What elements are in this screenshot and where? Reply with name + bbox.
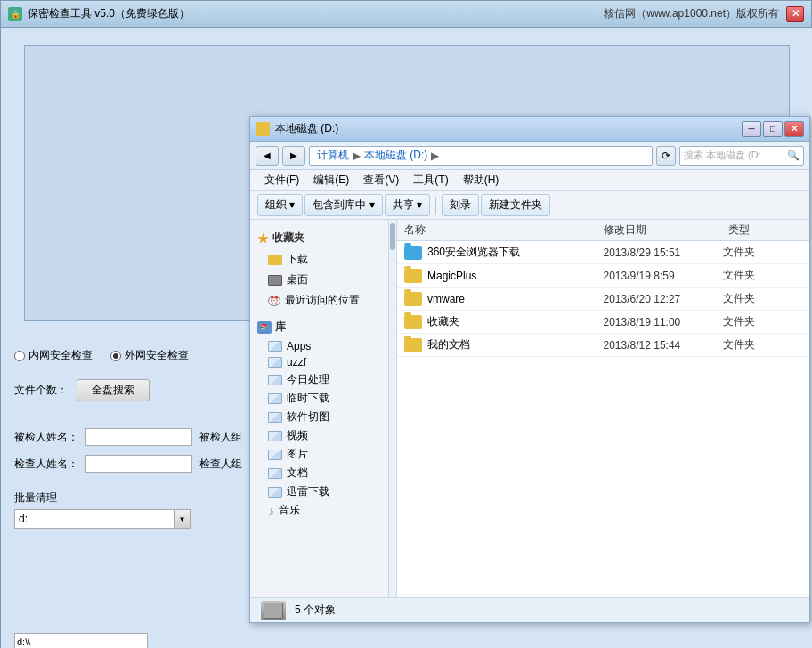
sidebar-item-docs[interactable]: 文档: [250, 464, 388, 482]
file-name-fav: 收藏夹: [427, 314, 459, 329]
new-folder-button[interactable]: 新建文件夹: [481, 194, 550, 216]
drive-combo-box[interactable]: d:: [14, 509, 175, 529]
menu-file[interactable]: 文件(F): [257, 171, 306, 190]
include-in-library-button[interactable]: 包含到库中 ▾: [304, 194, 382, 216]
sidebar-screenshots-label: 软件切图: [287, 409, 329, 425]
sidebar-item-video[interactable]: 视频: [250, 426, 388, 445]
sidebar-scrollbar[interactable]: [388, 220, 396, 597]
address-path[interactable]: 计算机 ▶ 本地磁盘 (D:) ▶: [309, 146, 653, 166]
sidebar-item-apps[interactable]: Apps: [250, 338, 388, 354]
close-button[interactable]: ✕: [784, 121, 804, 137]
radio-intranet[interactable]: 内网安全检查: [14, 348, 93, 363]
file-count-area: 文件个数： 全盘搜索: [14, 379, 150, 401]
maximize-button[interactable]: □: [763, 121, 783, 137]
folder-icon-magicplus: [404, 269, 422, 283]
window-controls: ─ □ ✕: [742, 121, 804, 137]
bg-close-button[interactable]: ✕: [786, 6, 804, 22]
sidebar-item-screenshots[interactable]: 软件切图: [250, 408, 388, 426]
library-icon: 📚: [257, 321, 272, 334]
monitor-icon-desktop: [268, 275, 282, 286]
radio-intranet-circle[interactable]: [14, 351, 25, 361]
back-button[interactable]: ◀: [256, 146, 279, 166]
file-date-fav: 2013/8/19 11:00: [604, 316, 723, 328]
explorer-body: ★ 收藏夹 下载 桌面 ⏰ 最近访问的位置 📚 库: [250, 220, 809, 597]
file-row-360[interactable]: 360安全浏览器下载 2013/8/29 15:51 文件夹: [397, 241, 809, 264]
search-box[interactable]: 搜索 本地磁盘 (D: 🔍: [679, 146, 804, 166]
file-name-cell-vmware: vmware: [404, 292, 604, 306]
radio-extranet[interactable]: 外网安全检查: [110, 348, 189, 363]
sidebar-docs-label: 文档: [287, 466, 308, 481]
inspected-name-input[interactable]: [85, 428, 192, 446]
path-input[interactable]: [14, 633, 148, 648]
inspected-name-label: 被检人姓名：: [14, 430, 78, 445]
sidebar-item-tmpdownload[interactable]: 临时下载: [250, 389, 388, 408]
burn-button[interactable]: 刻录: [442, 194, 479, 216]
sidebar-item-desktop[interactable]: 桌面: [250, 270, 388, 290]
inspector-name-label: 检查人姓名：: [14, 457, 78, 472]
combo-arrow-icon[interactable]: ▼: [175, 509, 191, 529]
folder-icon-vmware: [404, 292, 422, 306]
inspector-group-label: 检查人组: [199, 457, 242, 472]
batch-combo[interactable]: d: ▼: [14, 509, 191, 529]
sidebar-item-music[interactable]: ♪ 音乐: [250, 501, 388, 520]
file-row-magicplus[interactable]: MagicPlus 2013/9/19 8:59 文件夹: [397, 264, 809, 288]
sidebar-uzzf-label: uzzf: [287, 356, 306, 369]
file-name-vmware: vmware: [427, 293, 465, 305]
folder-icon-mydocs: [404, 338, 422, 352]
bg-titlebar: 🔒 保密检查工具 v5.0（免费绿色版） 核信网（www.ap1000.net）…: [1, 1, 811, 28]
person-row-1: 被检人姓名： 被检人组: [14, 428, 242, 446]
organize-label: 组织 ▾: [265, 198, 295, 213]
bg-window-title: 保密检查工具 v5.0（免费绿色版）: [28, 6, 190, 21]
sidebar-tmpdownload-label: 临时下载: [287, 391, 329, 406]
file-type-mydocs: 文件夹: [723, 337, 802, 352]
lib-icon-docs: [268, 468, 282, 479]
col-header-name[interactable]: 名称: [397, 223, 597, 238]
forward-button[interactable]: ▶: [282, 146, 305, 166]
explorer-folder-icon: [256, 122, 270, 136]
sidebar-item-recent[interactable]: ⏰ 最近访问的位置: [250, 290, 388, 311]
sidebar-recent-label: 最近访问的位置: [285, 293, 360, 308]
share-label: 共享 ▾: [393, 198, 422, 213]
sidebar-download-label: 下载: [287, 252, 308, 267]
menu-help[interactable]: 帮助(H): [456, 171, 507, 190]
sidebar-favorites-header: ★ 收藏夹: [250, 227, 388, 249]
file-type-vmware: 文件夹: [723, 291, 802, 306]
sidebar-item-today[interactable]: 今日处理: [250, 370, 388, 389]
file-row-vmware[interactable]: vmware 2013/6/20 12:27 文件夹: [397, 288, 809, 311]
full-scan-button[interactable]: 全盘搜索: [77, 379, 150, 401]
sidebar-item-download[interactable]: 下载: [250, 249, 388, 270]
radio-extranet-circle[interactable]: [110, 351, 121, 361]
drive-status-icon: [261, 601, 286, 620]
sidebar-item-uzzf[interactable]: uzzf: [250, 354, 388, 370]
sidebar-library-label: 库: [275, 320, 286, 335]
app-icon: 🔒: [8, 7, 22, 21]
file-name-cell-mydocs: 我的文档: [404, 337, 604, 352]
file-name-cell-magic: MagicPlus: [404, 269, 604, 283]
col-header-date[interactable]: 修改日期: [597, 223, 722, 238]
file-type-fav: 文件夹: [723, 314, 802, 329]
path-sep-1: ▶: [353, 150, 361, 162]
menu-edit[interactable]: 编辑(E): [306, 171, 356, 190]
minimize-button[interactable]: ─: [742, 121, 761, 137]
lib-icon-tmpdownload: [268, 393, 282, 404]
sidebar-item-xunlei[interactable]: 迅雷下载: [250, 482, 388, 501]
path-input-area: [14, 633, 148, 648]
sidebar-today-label: 今日处理: [287, 372, 329, 387]
organize-button[interactable]: 组织 ▾: [257, 194, 303, 216]
inspector-name-input[interactable]: [85, 455, 192, 473]
file-row-favorites[interactable]: 收藏夹 2013/8/19 11:00 文件夹: [397, 311, 809, 334]
file-date-360: 2013/8/29 15:51: [604, 247, 723, 259]
file-name-mydocs: 我的文档: [427, 337, 470, 352]
sidebar-item-pictures[interactable]: 图片: [250, 445, 388, 464]
sidebar-desktop-label: 桌面: [287, 272, 308, 288]
file-list-header: 名称 修改日期 类型: [397, 220, 809, 241]
file-date-vmware: 2013/6/20 12:27: [604, 293, 723, 305]
refresh-button[interactable]: ⟳: [656, 146, 676, 166]
file-row-mydocs[interactable]: 我的文档 2013/8/12 15:44 文件夹: [397, 334, 809, 357]
lib-icon-uzzf: [268, 357, 282, 368]
col-header-type[interactable]: 类型: [721, 223, 809, 238]
share-button[interactable]: 共享 ▾: [385, 194, 430, 216]
toolbar: 组织 ▾ 包含到库中 ▾ 共享 ▾ 刻录 新建文件夹: [250, 191, 809, 220]
menu-view[interactable]: 查看(V): [356, 171, 406, 190]
menu-tools[interactable]: 工具(T): [406, 171, 455, 190]
